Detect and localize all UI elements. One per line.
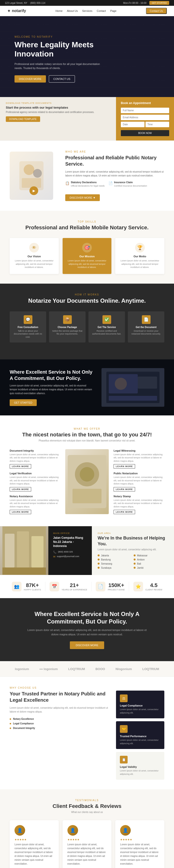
testimonial-2: 👤 ★★★★★ Lorem ipsum dolor sit amet, cons…: [63, 820, 112, 868]
appointment-book-button[interactable]: BOOK NOW: [121, 130, 169, 136]
projects-icon: 📄: [96, 582, 105, 591]
logo-2: ••• logonium: [39, 667, 58, 671]
testimonials-label: TESTIMONIALS: [10, 799, 164, 802]
stats-section: 👥 87K+ HAPPY CLIENTS 📅 21+ YEARS OF EXPE…: [0, 575, 174, 598]
experience-icon: 📅: [50, 582, 59, 591]
who-feature-1-icon: 📋: [65, 181, 69, 185]
notary-item-1-learn-more[interactable]: LEARN MORE: [10, 464, 31, 468]
how-step-2: 📦 Choose Package Select the service pack…: [49, 311, 86, 343]
step-2-icon: 📦: [63, 315, 72, 324]
templates-description: Professional agency services related to …: [6, 111, 110, 114]
commitment-cta-button[interactable]: GET STARTED: [10, 399, 37, 406]
hero-section: WELCOME TO NOTARIFY Where Legality Meets…: [0, 16, 174, 97]
play-button[interactable]: ▶: [29, 186, 38, 195]
nav-cta-button[interactable]: Contact Us: [146, 8, 167, 14]
appointment-heading: Book an Appointment: [121, 101, 169, 105]
area-ambon: Ambon: [134, 558, 168, 561]
step-3-title: Get The Service: [91, 326, 122, 329]
who-discover-button[interactable]: DISCOVER MORE ▼: [65, 194, 100, 201]
who-image-container: ▶: [10, 152, 58, 200]
hero-secondary-button[interactable]: CONTACT US: [49, 75, 75, 83]
stat-clients-text: 87K+ HAPPY CLIENTS: [24, 582, 41, 591]
mobile-heading: Professional and Reliable Mobile Notary …: [10, 224, 164, 231]
how-steps: 💬 Free Consultation Talk to us about you…: [10, 311, 164, 343]
notary-item-4: Legal Witnessing Lorem ipsum dolor sit a…: [114, 449, 164, 469]
mission-desc: Lorem ipsum dolor sit amet, consectetur …: [66, 259, 108, 269]
who-section: ▶ WHO WE ARE Professional and Reliable P…: [0, 141, 174, 211]
appointment-form: Book an Appointment BOOK NOW: [116, 97, 174, 141]
nav-services[interactable]: Services: [82, 9, 92, 12]
step-4-desc: Download or receive your notarized docum…: [131, 330, 162, 336]
topbar-phone: (800) 000-114: [30, 2, 46, 4]
notary-item-5-learn-more[interactable]: LEARN MORE: [114, 487, 135, 491]
topbar-left: 123 Legal Street, NY (800) 000-114: [5, 2, 46, 4]
notary-item-3-desc: Lorem ipsum dolor sit amet, consectetur …: [10, 499, 60, 508]
topbar-cta[interactable]: GET STARTED: [149, 1, 169, 5]
nav-home[interactable]: Home: [55, 9, 62, 12]
mobile-card-mission: 🎯 Our Mission Lorem ipsum dolor sit amet…: [63, 238, 112, 274]
who-text: WHO WE ARE Professional and Reliable Pub…: [65, 150, 164, 201]
notaries-grid: Document Integrity Lorem ipsum dolor sit…: [10, 449, 164, 515]
nav-page[interactable]: Page: [110, 9, 116, 12]
area-grid: Jakarta Makassar Bandung Ambon Semarang …: [98, 554, 168, 569]
policy-discover-button[interactable]: DISCOVER MORE: [70, 641, 104, 649]
notary-item-1-desc: Lorem ipsum dolor sit amet, consectetur …: [10, 453, 60, 463]
area-bali: Bali: [134, 562, 168, 565]
notary-item-6-learn-more[interactable]: LEARN MORE: [114, 510, 135, 514]
area-desc: Lorem ipsum dolor sit amet, consectetur …: [98, 548, 168, 551]
office-phone-detail: 📞 (800) 4000-325: [53, 551, 87, 554]
clients-value: 87K+: [24, 582, 41, 588]
stat-rating-text: 4.5 CLIENT REVIEW: [145, 582, 163, 591]
area-jambi: Jambi: [134, 566, 168, 569]
svg-point-6: [115, 378, 127, 390]
testimonial-2-stars: ★★★★★: [67, 838, 107, 841]
nav-contact[interactable]: Contact: [97, 9, 106, 12]
logo-3: LOQTRIUM: [68, 667, 85, 671]
topbar-right: Mon-Fri 08:00 - 16:00 GET STARTED: [123, 1, 169, 5]
policy-description: Lorem ipsum dolor sit amet, consectetur …: [27, 628, 147, 637]
appointment-name-input[interactable]: [121, 107, 169, 113]
why-card-trusted: 🤝 Trusted Performance Lorem ipsum dolor …: [116, 721, 164, 749]
phone-icon: 📞: [53, 551, 57, 554]
templates-download-button[interactable]: DOWNLOAD TEMPLATE: [6, 116, 40, 122]
office-email-detail: ✉ support@yourmail.com: [53, 555, 87, 558]
svg-rect-11: [72, 489, 102, 503]
why-description: Lorem ipsum dolor sit amet, consectetur …: [10, 706, 110, 714]
rating-value: 4.5: [145, 582, 163, 588]
step-1-icon: 💬: [24, 315, 32, 324]
appointment-date-input[interactable]: [121, 122, 145, 127]
stat-divider-3: [129, 582, 129, 591]
notary-item-3-learn-more[interactable]: LEARN MORE: [10, 510, 31, 514]
hero-primary-button[interactable]: DISCOVER MORE: [14, 75, 46, 83]
office-area-section: MAIN OFFICE Jalan Cempaka Riang No.22 Ja…: [0, 526, 174, 575]
why-feature-3: Document Integrity: [10, 727, 110, 730]
logo-text: notarify: [12, 9, 26, 13]
notary-item-2-learn-more[interactable]: LEARN MORE: [10, 487, 31, 491]
topbar-hours: Mon-Fri 08:00 - 16:00: [123, 2, 146, 4]
policy-banner: Where Excellent Service Is Not Only A Co…: [0, 598, 174, 661]
notary-item-4-learn-more[interactable]: LEARN MORE: [114, 464, 135, 468]
vision-title: Our Vision: [13, 255, 55, 258]
policy-heading: Where Excellent Service Is Not Only A Co…: [19, 610, 155, 625]
appointment-time-input[interactable]: [145, 122, 169, 127]
stat-experience: 📅 21+ YEARS OF EXPERIENCE: [50, 582, 87, 591]
trusted-card-desc: Lorem ipsum dolor sit amet, consectetur …: [120, 739, 161, 745]
appointment-email-input[interactable]: [121, 115, 169, 120]
stat-experience-text: 21+ YEARS OF EXPERIENCE: [62, 582, 87, 591]
nav-about[interactable]: About Us: [67, 9, 78, 12]
testimonials-heading: Client Feedback & Reviews: [10, 803, 164, 809]
how-step-3: ✅ Get The Service Receive certified and …: [88, 311, 125, 343]
who-feature-1-text: Statutory Declarations Official declarat…: [71, 181, 105, 191]
commitment-description: Lorem ipsum dolor sit amet, consectetur …: [10, 384, 94, 395]
testimonial-1-stars: ★★★★★: [14, 838, 54, 841]
notary-item-2: Legal Verification Lorem ipsum dolor sit…: [10, 472, 60, 491]
notaries-center-image: [65, 449, 109, 515]
notary-item-5-desc: Lorem ipsum dolor sit amet, consectetur …: [114, 476, 164, 486]
svg-point-1: [24, 164, 34, 175]
templates-left: DOWNLOAD TEMPLATE DOCUMENTS Start the pr…: [0, 97, 116, 141]
office-image: [0, 526, 48, 575]
mobile-card-motto: 🏆 Our Motto Lorem ipsum dolor sit amet, …: [115, 238, 164, 274]
commitment-heading: Where Excellent Service Is Not Only A Co…: [10, 369, 94, 381]
who-feature-2-text: Insurance Claim Certified insurance docu…: [114, 181, 147, 191]
who-feature-2-desc: Certified insurance documentation: [114, 184, 147, 188]
